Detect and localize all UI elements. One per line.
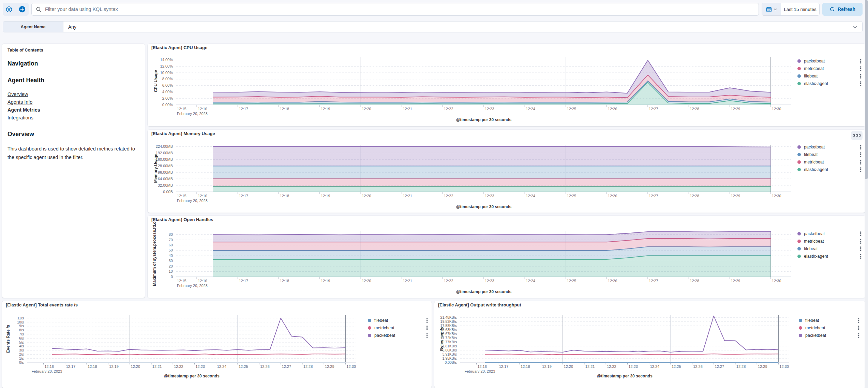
query-menu-group: [3, 3, 29, 16]
legend-label[interactable]: elastic-agent: [804, 167, 859, 172]
legend-label[interactable]: filebeat: [805, 318, 857, 323]
legend-dot: [797, 145, 801, 149]
kql-search-input[interactable]: Filter your data using KQL syntax: [31, 3, 759, 16]
y-axis-tick-label: 3/s: [19, 348, 24, 352]
fd-chart-svg[interactable]: 0102030405060708012:1512:1612:1712:1812:…: [148, 216, 865, 298]
legend-dot: [797, 67, 801, 70]
x-axis-tick-label: 12:25: [672, 364, 681, 369]
toc-links: Overview Agents Info Agent Metrics Integ…: [8, 91, 139, 120]
legend-label[interactable]: filebeat: [804, 246, 859, 251]
x-axis-tick-label: 12:16: [44, 364, 54, 369]
legend-item-packetbeat: packetbeat: [799, 332, 860, 339]
legend-dot: [368, 319, 371, 322]
y-axis-tick-label: 5.86KB/s: [442, 348, 457, 352]
toc-link-integrations[interactable]: Integrations: [8, 115, 33, 120]
date-label: February 20, 2023: [31, 369, 62, 373]
refresh-button[interactable]: Refresh: [822, 3, 863, 16]
legend-menu-icon[interactable]: [859, 167, 862, 173]
x-axis-tick-label: 12:28: [303, 364, 313, 369]
toc-link-overview[interactable]: Overview: [8, 91, 28, 97]
legend-label[interactable]: metricbeat: [805, 326, 857, 330]
toc-heading-overview: Overview: [8, 131, 139, 138]
legend-menu-icon[interactable]: [859, 246, 862, 252]
legend-label[interactable]: elastic-agent: [804, 81, 859, 86]
chevron-down-icon: [774, 8, 777, 11]
toc-link-agents-info[interactable]: Agents Info: [8, 99, 32, 105]
cpu-usage-panel: [Elastic Agent] CPU Usage 0.00%2.00%4.00…: [148, 44, 865, 126]
time-range-picker: Last 15 minutes: [762, 3, 820, 16]
legend-label[interactable]: packetbeat: [804, 59, 859, 63]
time-range-label[interactable]: Last 15 minutes: [781, 3, 819, 15]
toc-link-agent-metrics[interactable]: Agent Metrics: [8, 107, 40, 113]
legend-menu-icon[interactable]: [859, 253, 862, 260]
legend-menu-icon[interactable]: [859, 66, 862, 72]
x-axis-tick-label: 12:27: [715, 364, 724, 369]
legend-label[interactable]: metricbeat: [804, 66, 859, 71]
y-axis-tick-label: 96.00MB: [158, 170, 173, 174]
memory-usage-panel: [Elastic Agent] Memory Usage 0.00B32.00M…: [148, 130, 865, 213]
output-throughput-panel: [Elastic Agent] Output write throughput …: [434, 301, 865, 388]
scrollbar-track[interactable]: [865, 0, 868, 388]
x-axis-tick-label: 12:26: [608, 107, 617, 111]
legend-label[interactable]: packetbeat: [374, 333, 425, 338]
x-axis-tick-label: 12:19: [321, 279, 330, 283]
legend-menu-icon[interactable]: [425, 325, 429, 331]
saved-query-icon[interactable]: [3, 3, 16, 16]
legend-menu-icon[interactable]: [859, 238, 862, 245]
y-axis-tick-label: 0: [171, 275, 173, 279]
legend-label[interactable]: packetbeat: [804, 231, 859, 236]
y-axis-tick-label: 10/s: [17, 320, 24, 324]
y-axis-tick-label: 128.00MB: [156, 164, 173, 168]
cpu-chart-svg[interactable]: 0.00%2.00%4.00%6.00%8.00%10.00%12.00%14.…: [148, 44, 865, 126]
legend-menu-icon[interactable]: [857, 332, 860, 339]
events-chart-svg[interactable]: 0/s1/s2/s3/s4/s5/s6/s7/s8/s9/s10/s11/s12…: [2, 301, 432, 388]
legend-label[interactable]: metricbeat: [804, 239, 859, 244]
add-filter-icon[interactable]: [16, 3, 29, 16]
x-axis-tick-label: 12:24: [650, 364, 660, 369]
x-axis-tick-label: 12:25: [567, 279, 577, 283]
out-chart-svg[interactable]: 0.00B/s1.95KB/s3.91KB/s5.86KB/s7.81KB/s9…: [434, 301, 865, 388]
x-axis-title: @timestamp per 30 seconds: [597, 374, 653, 378]
y-axis-tick-label: 30: [169, 259, 173, 263]
calendar-menu-button[interactable]: [762, 3, 781, 15]
legend-label[interactable]: metricbeat: [804, 160, 859, 164]
calendar-icon: [766, 6, 772, 12]
scrollbar-thumb[interactable]: [865, 0, 868, 179]
legend-menu-icon[interactable]: [859, 152, 862, 158]
x-axis-tick-label: 12:18: [88, 364, 97, 369]
legend-menu-icon[interactable]: [859, 144, 862, 150]
legend-dot: [797, 232, 801, 235]
x-axis-tick-label: 12:20: [362, 279, 371, 283]
chart-legend: filebeatmetricbeatpacketbeat: [799, 317, 860, 339]
x-axis-tick-label: 12:23: [195, 364, 205, 369]
x-axis-tick-label: 12:29: [731, 194, 740, 198]
mem-chart-svg[interactable]: 0.00B32.00MB64.00MB96.00MB128.00MB160.00…: [148, 130, 865, 213]
legend-item-metricbeat: metricbeat: [797, 65, 862, 72]
x-axis-tick-label: 12:22: [444, 194, 453, 198]
legend-menu-icon[interactable]: [425, 332, 429, 339]
legend-item-elastic-agent: elastic-agent: [797, 253, 862, 260]
legend-menu-icon[interactable]: [859, 159, 862, 166]
legend-item-filebeat: filebeat: [797, 72, 862, 80]
legend-menu-icon[interactable]: [859, 231, 862, 237]
series-line-metricbeat: [485, 354, 779, 355]
y-axis-tick-label: 6.00%: [162, 83, 173, 87]
agent-name-select[interactable]: Any: [63, 21, 853, 32]
legend-dot: [797, 82, 801, 85]
legend-label[interactable]: filebeat: [374, 318, 425, 323]
legend-menu-icon[interactable]: [859, 73, 862, 80]
legend-menu-icon[interactable]: [857, 325, 860, 331]
chevron-down-icon[interactable]: [853, 21, 862, 32]
legend-menu-icon[interactable]: [857, 317, 860, 324]
y-axis-tick-label: 7.81KB/s: [442, 344, 457, 348]
legend-label[interactable]: filebeat: [804, 152, 859, 157]
x-axis-tick-label: 12:29: [325, 364, 334, 369]
legend-menu-icon[interactable]: [859, 58, 862, 64]
legend-label[interactable]: packetbeat: [804, 145, 859, 149]
legend-menu-icon[interactable]: [425, 317, 429, 324]
legend-label[interactable]: metricbeat: [374, 326, 425, 330]
legend-menu-icon[interactable]: [859, 81, 862, 87]
legend-label[interactable]: packetbeat: [805, 333, 857, 338]
legend-label[interactable]: filebeat: [804, 74, 859, 78]
legend-label[interactable]: elastic-agent: [804, 254, 859, 259]
